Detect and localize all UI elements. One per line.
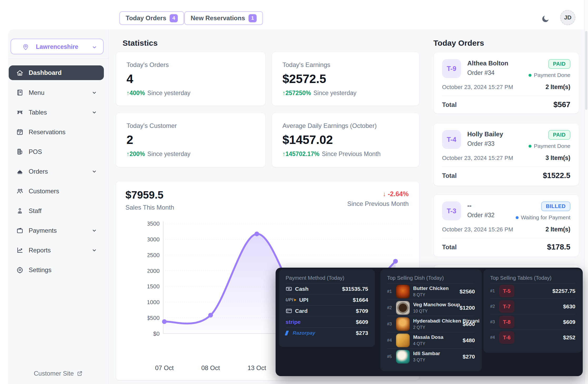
today-orders-button-label: Today Orders <box>126 14 166 22</box>
menu-book-icon <box>16 89 24 97</box>
sidebar-item-label: Menu <box>29 89 44 96</box>
sidebar-item-payments[interactable]: Payments <box>9 221 104 240</box>
stat-card-todays-orders: Today's Orders 4 ↑400%Since yesterday <box>116 52 266 106</box>
payment-status-dot <box>516 216 519 219</box>
panel-title: Top Selling Tables (Today) <box>490 275 575 281</box>
order-items-count: 2 Item(s) <box>545 226 570 233</box>
trend-suffix: Since yesterday <box>147 90 190 96</box>
sales-total: $7959.5 <box>125 189 164 201</box>
table-icon <box>16 108 24 116</box>
location-selector[interactable]: Lawrenceshire <box>11 39 104 54</box>
sidebar-item-label: Staff <box>29 207 42 215</box>
trend-up-value: ↑200% <box>126 151 145 157</box>
today-orders-button[interactable]: Today Orders 4 <box>119 11 184 25</box>
pos-terminal-icon <box>16 148 24 156</box>
order-card[interactable]: T-3 -- Order #32 BILLED Waiting for Paym… <box>433 194 579 257</box>
status-badge: BILLED <box>541 201 570 211</box>
sidebar-item-label: Tables <box>29 109 47 116</box>
divider <box>442 238 570 238</box>
payment-status-text: Payment Done <box>534 143 570 149</box>
dish-name: Hyderabadi Chicken Biryani <box>413 318 460 324</box>
dish-qty: 10 QTY <box>413 309 457 314</box>
payment-method-row: Razorpay $273 <box>286 327 368 338</box>
today-orders-heading: Today Orders <box>433 39 484 48</box>
sidebar-item-pos[interactable]: POS <box>9 142 104 162</box>
sidebar-item-customers[interactable]: Customers <box>9 181 104 201</box>
wallet-icon <box>16 227 24 235</box>
total-value: $1522.5 <box>543 171 570 180</box>
location-selector-value: Lawrenceshire <box>11 43 103 50</box>
stripe-logo: stripe <box>286 319 301 325</box>
dish-row: #3 Hyderabadi Chicken Biryani2 QTY $600 <box>387 316 475 332</box>
user-avatar[interactable]: JD <box>560 10 575 25</box>
page-scrollbar-thumb[interactable] <box>585 31 587 110</box>
dish-qty: 8 QTY <box>413 293 449 297</box>
svg-text:$3500: $3500 <box>148 220 160 227</box>
sidebar-item-tables[interactable]: Tables <box>9 102 104 122</box>
new-reservations-button[interactable]: New Reservations 1 <box>184 11 263 25</box>
order-items-count: 2 Item(s) <box>545 84 570 91</box>
external-link-icon <box>77 370 83 377</box>
sidebar-item-label: Payments <box>29 227 57 234</box>
dish-row: #2 Veg Manchow Soup10 QTY $1200 <box>387 299 475 316</box>
table-badge: T-8 <box>499 316 514 328</box>
stat-value: $1457.02 <box>282 133 409 147</box>
dark-mode-toggle[interactable] <box>540 13 551 25</box>
rank-label: #4 <box>490 335 499 340</box>
moon-icon <box>541 14 550 23</box>
total-value: $178.5 <box>547 243 570 251</box>
order-card[interactable]: T-9 Althea Bolton Order #34 PAID Payment… <box>433 52 579 114</box>
new-reservations-button-label: New Reservations <box>191 14 245 22</box>
sidebar-item-label: Dashboard <box>29 69 62 76</box>
sidebar-item-label: Reports <box>29 247 51 254</box>
chevron-down-icon <box>92 228 97 233</box>
dish-name: Veg Manchow Soup <box>413 302 457 308</box>
sidebar-item-staff[interactable]: Staff <box>9 201 104 221</box>
sidebar-item-dashboard[interactable]: Dashboard <box>9 65 104 80</box>
trend-suffix: Since yesterday <box>147 151 190 157</box>
stat-value: 4 <box>126 72 255 86</box>
chevron-down-icon <box>92 247 97 253</box>
dish-qty: 4 QTY <box>413 341 443 346</box>
table-row: #3 T-8 $609 <box>490 314 575 330</box>
users-icon <box>16 187 24 195</box>
gear-icon <box>16 266 24 274</box>
sidebar-item-settings[interactable]: Settings <box>9 260 104 280</box>
total-label: Total <box>442 243 457 251</box>
table-amount: $252 <box>563 334 575 341</box>
svg-text:07 Oct: 07 Oct <box>155 364 174 371</box>
sidebar-item-label: Reservations <box>29 128 65 136</box>
dish-qty: 3 QTY <box>413 358 440 362</box>
svg-text:$2500: $2500 <box>148 252 160 258</box>
sidebar-item-menu[interactable]: Menu <box>9 83 104 102</box>
trend-up-value: ↑257250% <box>282 90 311 96</box>
dish-row: #1 Butter Chicken8 QTY $2560 <box>387 283 475 299</box>
customer-site-link[interactable]: Customer Site <box>8 370 108 377</box>
dish-photo <box>396 334 410 347</box>
table-badge: T-7 <box>499 300 514 313</box>
upi-logo-icon: UPI <box>286 298 296 302</box>
order-datetime: October 23, 2024 15:27 PM <box>442 84 513 91</box>
dish-price: $270 <box>460 354 475 360</box>
payment-method-row: UPIUPI $1664 <box>286 294 368 305</box>
chevron-down-icon <box>92 90 97 95</box>
table-amount: $2257.75 <box>552 288 575 294</box>
table-row: #2 T-7 $630 <box>490 299 575 314</box>
sidebar-item-orders[interactable]: Orders <box>9 162 104 181</box>
order-card[interactable]: T-4 Holly Bailey Order #33 PAID Payment … <box>433 123 579 186</box>
stat-label: Today's Orders <box>126 61 255 69</box>
razorpay-logo: Razorpay <box>293 330 315 336</box>
sidebar-item-reservations[interactable]: Reservations <box>9 122 104 142</box>
table-badge: T-6 <box>499 331 514 344</box>
stat-label: Today's Customer <box>126 122 255 129</box>
trend-suffix: Since yesterday <box>313 90 357 96</box>
razorpay-logo-icon <box>285 331 289 335</box>
svg-text:$0: $0 <box>153 330 160 337</box>
payment-method-amount: $609 <box>356 319 368 325</box>
cloche-icon <box>16 168 24 175</box>
dish-photo <box>396 285 410 298</box>
trend-up-value: ↑145702.17% <box>282 151 320 157</box>
sidebar-item-reports[interactable]: Reports <box>9 240 104 260</box>
dish-qty: 2 QTY <box>413 325 460 330</box>
payment-method-name: Card <box>295 308 308 314</box>
